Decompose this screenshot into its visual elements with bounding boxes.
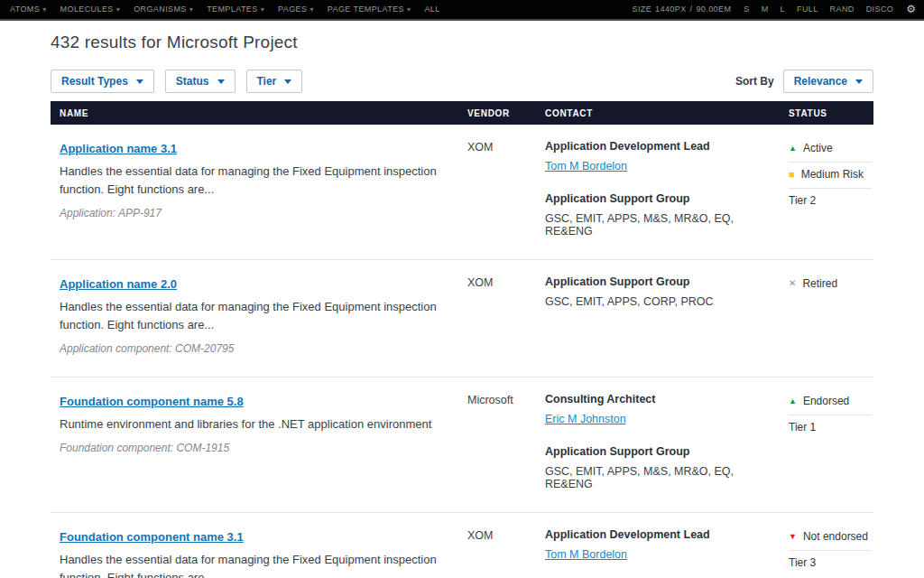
result-meta: Application: APP-917	[60, 207, 446, 219]
viewport-button[interactable]: S	[744, 5, 749, 14]
contact-block: Application Development Lead Tom M Borde…	[545, 528, 771, 561]
toolbar-right: SIZE 1440PX / 90.00EM S M L FULL RAND DI…	[633, 4, 917, 14]
results-table: NAME VENDOR CONTACT STATUS Application n…	[51, 101, 873, 578]
search-results-page: 432 results for Microsoft Project Result…	[0, 33, 924, 578]
status-icon	[789, 170, 795, 180]
contact-value: GSC, EMIT, APPS, M&S, MR&O, EQ, RE&ENG	[545, 465, 771, 490]
table-header: NAME VENDOR CONTACT STATUS	[51, 101, 873, 125]
viewport-button[interactable]: FULL	[797, 5, 818, 14]
viewport-button[interactable]: L	[781, 5, 785, 14]
table-row: Application name 3.1 Handles the essenti…	[51, 125, 873, 259]
result-description: Runtime environment and libraries for th…	[60, 415, 446, 434]
chevron-down-icon	[261, 5, 264, 14]
status-cell: Not endorsed Tier 3	[789, 528, 873, 578]
result-description: Handles the essential data for managing …	[60, 298, 446, 334]
viewport-buttons: S M L FULL RAND DISCO	[744, 5, 893, 14]
contact-value[interactable]: Eric M Johnston	[545, 413, 771, 425]
contact-cell: Application Development Lead Tom M Borde…	[545, 140, 789, 238]
status-item: Endorsed	[789, 395, 872, 415]
result-meta: Foundation component: COM-1915	[60, 442, 446, 454]
status-cell: Active Medium Risk Tier 2	[789, 140, 873, 238]
status-item: Medium Risk	[789, 163, 872, 189]
contact-role: Application Support Group	[545, 445, 771, 458]
sort-area: Sort By Relevance	[735, 70, 873, 93]
status-label: Not endorsed	[803, 530, 868, 543]
status-item: Retired	[789, 277, 872, 297]
viewport-button[interactable]: RAND	[830, 5, 855, 14]
filter-button-label: Result Types	[61, 75, 128, 88]
table-row: Application name 2.0 Handles the essenti…	[51, 259, 873, 377]
contact-cell: Application Development Lead Tom M Borde…	[545, 528, 789, 578]
viewport-size-em[interactable]: 90.00EM	[696, 5, 731, 14]
sort-dropdown-button[interactable]: Relevance	[783, 70, 873, 93]
toolbar-menu-label: TEMPLATES	[207, 5, 257, 14]
status-label: Tier 1	[789, 421, 816, 434]
table-row: Foundation component name 3.1 Handles th…	[51, 512, 873, 578]
sort-by-label: Sort By	[735, 75, 774, 88]
status-item: Tier 1	[789, 415, 872, 441]
filter-buttons: Result Types Status Tier	[51, 70, 302, 93]
page-title: 432 results for Microsoft Project	[51, 33, 873, 52]
status-cell: Endorsed Tier 1	[789, 393, 873, 490]
toolbar-menu-item[interactable]: MOLECULES	[60, 5, 121, 14]
filter-bar: Result Types Status Tier Sort By Relevan…	[51, 70, 873, 93]
viewport-size-separator: /	[690, 5, 693, 14]
contact-cell: Consulting Architect Eric M Johnston App…	[545, 393, 789, 490]
filter-dropdown-button[interactable]: Result Types	[51, 70, 154, 93]
result-description: Handles the essential data for managing …	[60, 163, 446, 199]
result-name-link[interactable]: Application name 2.0	[60, 277, 177, 291]
name-cell: Application name 3.1 Handles the essenti…	[51, 140, 467, 238]
viewport-button[interactable]: M	[762, 5, 769, 14]
filter-dropdown-button[interactable]: Status	[165, 70, 236, 93]
gear-icon[interactable]	[906, 4, 916, 14]
toolbar-menu-label: PAGE TEMPLATES	[328, 5, 404, 14]
viewport-button[interactable]: DISCO	[866, 5, 894, 14]
contact-value: GSC, EMIT, APPS, CORP, PROC	[545, 295, 771, 308]
chevron-down-icon	[116, 5, 120, 14]
toolbar-menu-item[interactable]: ATOMS	[10, 5, 47, 14]
toolbar-menu-label: ORGANISMS	[134, 5, 187, 14]
vendor-cell: XOM	[467, 140, 545, 238]
result-name-link[interactable]: Foundation component name 3.1	[60, 530, 244, 544]
chevron-down-icon	[136, 79, 143, 84]
result-name-link[interactable]: Foundation component name 5.8	[60, 395, 244, 408]
viewport-size-px[interactable]: 1440PX	[655, 5, 686, 14]
contact-role: Application Support Group	[545, 275, 771, 288]
chevron-down-icon	[217, 79, 225, 84]
vendor-cell: XOM	[467, 275, 545, 355]
name-cell: Foundation component name 5.8 Runtime en…	[51, 393, 467, 490]
name-cell: Application name 2.0 Handles the essenti…	[51, 275, 467, 355]
status-label: Active	[803, 142, 833, 154]
toolbar-menu-label: ALL	[424, 5, 439, 14]
filter-button-label: Status	[176, 75, 209, 88]
status-item: Not endorsed	[789, 530, 872, 551]
column-header: NAME	[51, 108, 467, 118]
vendor-cell: Microsoft	[467, 393, 545, 490]
contact-value[interactable]: Tom M Bordelon	[545, 160, 771, 172]
status-icon	[789, 533, 797, 541]
contact-block: Consulting Architect Eric M Johnston	[545, 393, 771, 425]
contact-role: Application Development Lead	[545, 528, 771, 541]
viewport-size-display: SIZE 1440PX / 90.00EM	[633, 5, 732, 14]
result-meta: Application component: COM-20795	[60, 342, 446, 355]
contact-block: Application Development Lead Tom M Borde…	[545, 140, 771, 172]
chevron-down-icon	[407, 5, 411, 14]
toolbar-menu-item[interactable]: TEMPLATES	[207, 5, 264, 14]
toolbar-menu-item[interactable]: PAGE TEMPLATES	[328, 5, 411, 14]
result-description: Handles the essential data for managing …	[60, 551, 446, 578]
viewport-size-label: SIZE	[633, 5, 652, 14]
contact-value[interactable]: Tom M Bordelon	[545, 548, 771, 561]
toolbar-menus: ATOMS MOLECULES ORGANISMS TEMPLATES PAGE…	[10, 5, 440, 14]
toolbar-menu-item[interactable]: PAGES	[278, 5, 314, 14]
status-label: Medium Risk	[801, 168, 864, 181]
status-cell: Retired	[789, 275, 873, 355]
contact-block: Application Support Group GSC, EMIT, APP…	[545, 275, 771, 308]
contact-block: Application Support Group GSC, EMIT, APP…	[545, 192, 771, 238]
filter-dropdown-button[interactable]: Tier	[246, 70, 303, 93]
result-name-link[interactable]: Application name 3.1	[60, 142, 177, 155]
toolbar-menu-item[interactable]: ORGANISMS	[134, 5, 193, 14]
toolbar-menu-label: MOLECULES	[60, 5, 114, 14]
contact-block: Application Support Group GSC, EMIT, APP…	[545, 445, 771, 490]
toolbar-menu-item[interactable]: ALL	[424, 5, 439, 14]
sort-value-label: Relevance	[794, 75, 847, 88]
